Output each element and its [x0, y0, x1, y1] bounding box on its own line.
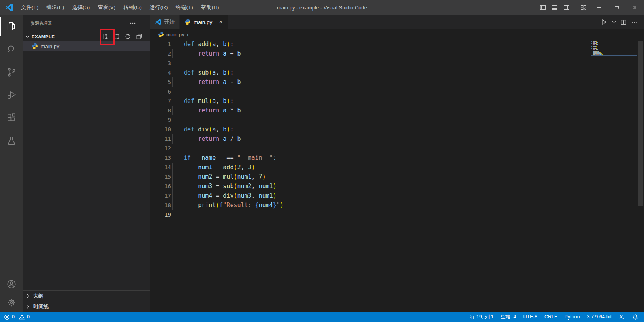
menubar-item-1[interactable]: 文件(F) [17, 0, 42, 15]
code-line-8[interactable]: 8 return a * b [150, 106, 644, 115]
breadcrumb-more[interactable]: ... [191, 32, 195, 37]
code-line-9[interactable]: 9 [150, 115, 644, 125]
toggle-secondary-sidebar-icon[interactable] [561, 0, 572, 15]
code-line-13[interactable]: 13if __name__ == "__main__": [150, 153, 644, 163]
code-line-6[interactable]: 6 [150, 87, 644, 96]
line-number: 13 [150, 153, 171, 163]
activity-bar [0, 15, 23, 312]
line-number: 9 [150, 115, 171, 125]
settings-activity-item[interactable] [0, 293, 23, 312]
new-file-icon[interactable] [102, 33, 108, 40]
code-text: def sub(a, b): [171, 68, 644, 77]
code-text: def mul(a, b): [171, 96, 644, 106]
editor-group: 开始 main.py × [150, 15, 644, 312]
more-actions-icon[interactable] [130, 20, 136, 26]
menubar-item-5[interactable]: 转到(G) [119, 0, 146, 15]
search-activity-item[interactable] [0, 38, 23, 61]
close-icon[interactable] [626, 0, 644, 15]
accounts-activity-item[interactable] [0, 275, 23, 293]
minimize-icon[interactable] [589, 0, 608, 15]
new-folder-icon[interactable] [113, 33, 120, 40]
settings-gear-icon [6, 298, 17, 308]
cursor-position[interactable]: 行 19, 列 1 [470, 314, 494, 320]
status-bar: 0 0 行 19, 列 1空格: 4UTF-8CRLFPython3.7.9 6… [0, 312, 644, 322]
minimap[interactable] [591, 41, 637, 56]
code-line-4[interactable]: 4def sub(a, b): [150, 68, 644, 77]
restore-icon[interactable] [608, 0, 626, 15]
toggle-panel-icon[interactable] [549, 0, 561, 15]
chevron-down-icon[interactable] [611, 19, 617, 25]
code-line-5[interactable]: 5 return a - b [150, 77, 644, 87]
run-icon[interactable] [600, 18, 608, 26]
menubar-item-4[interactable]: 查看(V) [94, 0, 119, 15]
timeline-section-header[interactable]: 时间线 [23, 301, 150, 312]
code-line-1[interactable]: 1def add(a, b): [150, 39, 644, 49]
split-editor-icon[interactable] [620, 18, 628, 26]
collapse-all-icon[interactable] [136, 33, 143, 40]
code-line-18[interactable]: 18 print(f"Result: {num4}") [150, 200, 644, 210]
menubar-item-2[interactable]: 编辑(E) [42, 0, 68, 15]
code-text: def add(a, b): [171, 39, 644, 49]
code-line-12[interactable]: 12 [150, 144, 644, 153]
vertical-scrollbar[interactable] [638, 41, 643, 206]
explorer-actions [102, 33, 143, 40]
encoding[interactable]: UTF-8 [523, 314, 537, 320]
minimap-current-line [591, 55, 637, 56]
tab-mainpy[interactable]: main.py × [180, 15, 228, 29]
tab-welcome[interactable]: 开始 [150, 15, 180, 29]
bell-icon[interactable] [632, 314, 638, 320]
code-line-2[interactable]: 2 return a + b [150, 49, 644, 58]
run-debug-activity-item[interactable] [0, 84, 23, 107]
code-text [171, 115, 644, 125]
line-number: 4 [150, 68, 171, 77]
language-mode[interactable]: Python [565, 314, 580, 320]
code-line-11[interactable]: 11 return a / b [150, 134, 644, 144]
testing-activity-item[interactable] [0, 129, 23, 152]
account-icon [6, 279, 17, 289]
menubar-item-6[interactable]: 运行(R) [146, 0, 172, 15]
code-line-17[interactable]: 17 num4 = div(num3, num1) [150, 191, 644, 200]
refresh-icon[interactable] [124, 33, 131, 40]
code-text: return a + b [171, 49, 644, 58]
python-interpreter[interactable]: 3.7.9 64-bit [587, 314, 612, 320]
window-title: main.py - example - Visual Studio Code [277, 5, 367, 11]
more-actions-icon[interactable] [630, 18, 638, 26]
code-text: num1 = add(2, 3) [171, 163, 644, 172]
eol-sequence[interactable]: CRLF [544, 314, 557, 320]
breadcrumb-file[interactable]: main.py [166, 32, 185, 37]
code-line-16[interactable]: 16 num3 = sub(num2, num1) [150, 182, 644, 191]
customize-layout-icon[interactable] [578, 0, 589, 15]
sidebar-header: 资源管理器 [23, 15, 150, 32]
extensions-icon [6, 113, 17, 123]
menubar-item-8[interactable]: 帮助(H) [197, 0, 223, 15]
chevron-down-icon [24, 34, 31, 40]
explorer-activity-item[interactable] [0, 15, 23, 38]
source-control-activity-item[interactable] [0, 61, 23, 84]
indentation[interactable]: 空格: 4 [501, 314, 516, 320]
code-line-7[interactable]: 7def mul(a, b): [150, 96, 644, 106]
code-line-15[interactable]: 15 num2 = mul(num1, 7) [150, 172, 644, 182]
titlebar-separator [575, 4, 575, 11]
file-item-mainpy[interactable]: main.py [23, 41, 150, 51]
problems-status[interactable]: 0 0 [0, 314, 30, 320]
person-check-icon[interactable] [619, 314, 625, 320]
code-line-10[interactable]: 10def div(a, b): [150, 125, 644, 134]
menubar-item-3[interactable]: 选择(S) [68, 0, 94, 15]
code-lines: 1def add(a, b):2 return a + b34def sub(a… [150, 39, 644, 219]
toggle-sidebar-icon[interactable] [537, 0, 549, 15]
code-line-19[interactable]: 19 [150, 210, 644, 219]
code-text: return a / b [171, 134, 644, 144]
code-editor[interactable]: 1def add(a, b):2 return a + b34def sub(a… [150, 39, 644, 312]
run-debug-icon [6, 90, 17, 100]
code-line-14[interactable]: 14 num1 = add(2, 3) [150, 163, 644, 172]
tab-close-icon[interactable]: × [219, 19, 222, 25]
breadcrumbs[interactable]: main.py › ... [150, 29, 644, 39]
line-number: 18 [150, 200, 171, 210]
code-line-3[interactable]: 3 [150, 58, 644, 68]
line-number: 10 [150, 125, 171, 134]
outline-section-header[interactable]: 大纲 [23, 290, 150, 301]
menubar-item-7[interactable]: 终端(T) [172, 0, 197, 15]
explorer-section-header[interactable]: EXAMPLE [23, 32, 150, 41]
line-number: 6 [150, 87, 171, 96]
extensions-activity-item[interactable] [0, 107, 23, 129]
